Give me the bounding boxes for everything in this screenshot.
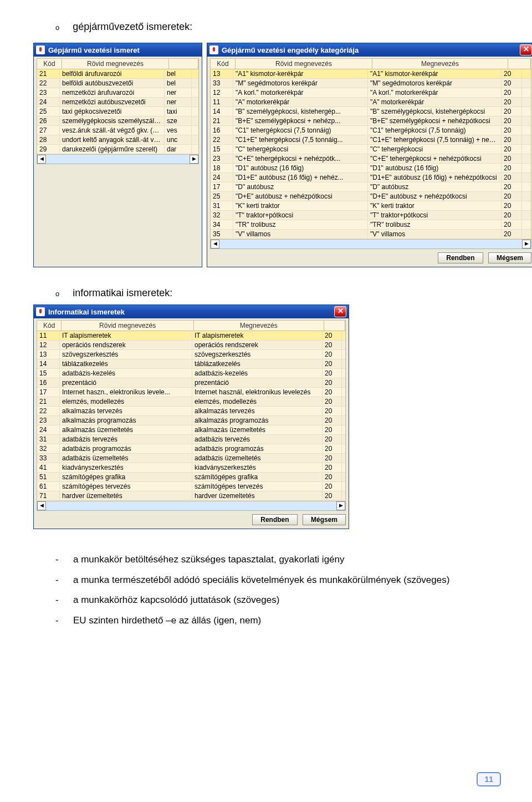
- scroll-right-icon[interactable]: ▶: [522, 240, 531, 248]
- cell: 25: [37, 107, 60, 116]
- table-row[interactable]: 28undort keltő anyagok száll.-át végz...…: [37, 135, 198, 145]
- table-row[interactable]: 16"C1" tehergépkocsi (7,5 tonnáig)"C1" t…: [211, 126, 531, 135]
- table-row[interactable]: 11"A" motorkerékpár"A" motorkerékpár20: [211, 98, 531, 107]
- cell: 24: [211, 173, 233, 182]
- table-row[interactable]: 23"C+E" tehergépkocsi + nehézpótk..."C+E…: [211, 154, 531, 164]
- col-kod[interactable]: Kód: [37, 59, 62, 69]
- table-row[interactable]: 12"A korl." motorkerékpár"A korl." motor…: [211, 88, 531, 98]
- table-row[interactable]: 12operációs rendszerekoperációs rendszer…: [37, 341, 345, 350]
- col-meg[interactable]: Megnevezés: [194, 321, 324, 331]
- cell: operációs rendszerek: [60, 341, 192, 349]
- cell: 20: [323, 416, 342, 425]
- table-row[interactable]: 61számítógépes tervezésszámítógépes terv…: [37, 482, 345, 491]
- cell: prezentáció: [60, 378, 192, 387]
- table-row[interactable]: 24alkalmazás üzemeltetésalkalmazás üzeme…: [37, 425, 345, 435]
- table-row[interactable]: 13szövegszerkesztésszövegszerkesztés20: [37, 350, 345, 359]
- table-row[interactable]: 32"T" traktor+pótkocsi"T" traktor+pótkoc…: [211, 211, 531, 220]
- table-row[interactable]: 15"C" tehergépkocsi"C" tehergépkocsi20: [211, 145, 531, 154]
- table-row[interactable]: 15adatbázis-kezelésadatbázis-kezelés20: [37, 369, 345, 378]
- col-extra[interactable]: [169, 59, 198, 69]
- java-icon: [36, 45, 45, 54]
- table-row[interactable]: 21belföldi árufuvarozóibel: [37, 69, 198, 79]
- cancel-button[interactable]: Mégsem: [488, 252, 531, 263]
- cell: 20: [323, 482, 342, 491]
- cell: "C1" tehergépkocsi (7,5 tonnáig): [368, 126, 502, 135]
- cell: 20: [323, 444, 342, 453]
- cell: kiadványszerkesztés: [60, 463, 192, 472]
- horizontal-scrollbar[interactable]: ◀ ▶: [37, 155, 199, 164]
- horizontal-scrollbar[interactable]: ◀ ▶: [210, 240, 531, 249]
- window-veh-kategoria: Gépjármű vezetési engedély kategóriája ✕…: [207, 43, 532, 267]
- table-row[interactable]: 25taxi gépkocsivezetőitaxi: [37, 107, 198, 116]
- table-row[interactable]: 22belföldi autóbuszvezetőibel: [37, 79, 198, 88]
- table-row[interactable]: 13"A1" kismotor-kerékpár"A1" kismotor-ke…: [211, 69, 531, 79]
- table-row[interactable]: 31adatbázis tervezésadatbázis tervezés20: [37, 435, 345, 444]
- close-icon[interactable]: ✕: [334, 306, 346, 317]
- table-row[interactable]: 29darukezelői (gépjárműre szerelt)dar: [37, 145, 198, 154]
- cell: 20: [323, 341, 342, 349]
- table-row[interactable]: 22"C1+E" tehergépkocsi (7,5 tonnáig..."C…: [211, 135, 531, 145]
- table-row[interactable]: 16prezentációprezentáció20: [37, 378, 345, 388]
- table-row[interactable]: 26személygépkocsis személyszállítóisze: [37, 116, 198, 126]
- table-row[interactable]: 23alkalmazás programozásalkalmazás progr…: [37, 416, 345, 425]
- table-row[interactable]: 11IT alapismeretekIT alapismeretek20: [37, 331, 345, 341]
- cell: 14: [37, 359, 60, 368]
- col-meg[interactable]: Megnevezés: [372, 59, 508, 69]
- table-row[interactable]: 32adatbázis programozásadatbázis program…: [37, 444, 345, 454]
- col-kod[interactable]: Kód: [37, 321, 62, 331]
- heading-gep: gépjárművezető ismeretek:: [73, 21, 192, 33]
- scroll-right-icon[interactable]: ▶: [336, 501, 345, 510]
- table-row[interactable]: 27vesz.áruk száll.-át végző gkv. (ADR)ve…: [37, 126, 198, 135]
- scroll-left-icon[interactable]: ◀: [211, 240, 219, 248]
- ok-button[interactable]: Rendben: [252, 514, 297, 525]
- cell: 15: [37, 369, 60, 378]
- cell: 24: [37, 425, 60, 434]
- titlebar[interactable]: Gépjármű vezetési engedély kategóriája ✕: [207, 43, 532, 57]
- cell: 21: [37, 397, 60, 406]
- table-row[interactable]: 14táblázatkezeléstáblázatkezelés20: [37, 359, 345, 369]
- cell: 16: [211, 126, 233, 135]
- table-row[interactable]: 41kiadványszerkesztéskiadványszerkesztés…: [37, 463, 345, 473]
- col-r[interactable]: [508, 59, 531, 69]
- cancel-button[interactable]: Mégsem: [303, 514, 346, 525]
- ok-button[interactable]: Rendben: [438, 252, 483, 263]
- col-r[interactable]: [324, 321, 346, 331]
- cell: 20: [502, 154, 522, 163]
- table-row[interactable]: 17"D" autóbusz"D" autóbusz20: [211, 182, 531, 192]
- table-row[interactable]: 33adatbázis üzemeltetésadatbázis üzemelt…: [37, 454, 345, 463]
- table-row[interactable]: 21"B+E" személygépkocsi + nehézp..."B+E"…: [211, 116, 531, 126]
- table-row[interactable]: 71hardver üzemeltetéshardver üzemeltetés…: [37, 491, 345, 501]
- table-row[interactable]: 24"D1+E" autóbusz (16 főig) + nehéz..."D…: [211, 173, 531, 182]
- table-row[interactable]: 17Internet haszn., elektronikus levele..…: [37, 388, 345, 397]
- table-row[interactable]: 34"TR" trolibusz"TR" trolibusz20: [211, 220, 531, 230]
- table-row[interactable]: 22alkalmazás tervezésalkalmazás tervezés…: [37, 407, 345, 416]
- cell: 20: [323, 454, 342, 463]
- window-informatikai: Informatikai ismeretek ✕ Kód Rövid megne…: [33, 304, 349, 529]
- horizontal-scrollbar[interactable]: ◀ ▶: [37, 501, 346, 511]
- table-row[interactable]: 21elemzés, modellezéselemzés, modellezés…: [37, 397, 345, 407]
- col-rov[interactable]: Rövid megnevezés: [62, 321, 194, 331]
- table-row[interactable]: 23nemzetközi árufuvarozóiner: [37, 88, 198, 98]
- cell: operációs rendszerek: [192, 341, 323, 349]
- scroll-left-icon[interactable]: ◀: [37, 155, 46, 164]
- window-title: Gépjármű vezetési ismeret: [48, 46, 140, 54]
- table-row[interactable]: 51számítógépes grafikaszámítógépes grafi…: [37, 473, 345, 482]
- close-icon[interactable]: ✕: [520, 44, 532, 55]
- cell: "B" személygépkocsi, kistehergépkocsi: [368, 107, 502, 116]
- scroll-left-icon[interactable]: ◀: [37, 501, 46, 510]
- table-row[interactable]: 31"K" kerti traktor"K" kerti traktor20: [211, 201, 531, 211]
- scroll-right-icon[interactable]: ▶: [190, 155, 198, 164]
- col-rov[interactable]: Rövid megnevezés: [62, 59, 169, 69]
- col-kod[interactable]: Kód: [211, 59, 236, 69]
- table-row[interactable]: 14"B" személygépkocsi, kistehergép..."B"…: [211, 107, 531, 116]
- titlebar[interactable]: Gépjármű vezetési ismeret: [34, 43, 202, 57]
- table-row[interactable]: 24nemzetközi autóbuszvezetőiner: [37, 98, 198, 107]
- table-row[interactable]: 18"D1" autóbusz (16 főig)"D1" autóbusz (…: [211, 164, 531, 173]
- cell: 34: [211, 220, 233, 229]
- table-row[interactable]: 25"D+E" autóbusz + nehézpótkocsi"D+E" au…: [211, 192, 531, 201]
- table-row[interactable]: 35"V" villamos"V" villamos20: [211, 230, 531, 239]
- col-rov[interactable]: Rövid megnevezés: [236, 59, 372, 69]
- cell: számítógépes tervezés: [192, 482, 323, 491]
- table-row[interactable]: 33"M" segédmotoros kerékpár"M" segédmoto…: [211, 79, 531, 88]
- titlebar[interactable]: Informatikai ismeretek ✕: [34, 305, 349, 318]
